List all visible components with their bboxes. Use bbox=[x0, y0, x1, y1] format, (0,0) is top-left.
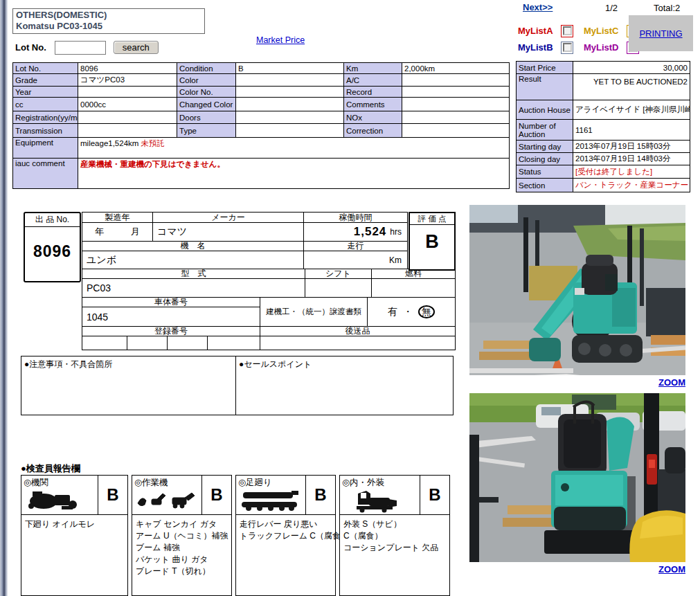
undercarriage-details: 走行レバー 戻り悪い トラックフレーム C（腐食） bbox=[236, 515, 335, 545]
grade-box-label: 評 価 点 bbox=[410, 213, 454, 225]
iauc-comment-label: iauc comment bbox=[13, 159, 78, 189]
operating-hours-value: 1,524 hrs bbox=[303, 222, 408, 242]
photo-1-zoom-row: ZOOM bbox=[469, 376, 685, 388]
fuel-value bbox=[371, 278, 456, 298]
photo-2-zoom-link[interactable]: ZOOM bbox=[658, 564, 685, 575]
mylist-b-checkbox[interactable] bbox=[561, 42, 573, 54]
spec-label: Lot No. bbox=[13, 63, 78, 74]
start-price-value: 30,000 bbox=[573, 62, 690, 74]
spec-value bbox=[78, 87, 177, 98]
spec-value bbox=[78, 124, 177, 138]
model-header: 型 式 bbox=[82, 269, 305, 279]
table-row: GradeコマツPC03 Color A/C bbox=[13, 74, 510, 87]
undercarriage-section-label: ◎足廻り bbox=[238, 477, 272, 489]
work-equipment-grade: B bbox=[201, 476, 231, 514]
body-no-header: 車体番号 bbox=[82, 297, 260, 307]
spec-label: Color No. bbox=[177, 87, 236, 98]
printing-block: PRINTING bbox=[629, 15, 693, 51]
detail-line: アーム U（ヘコミ）補強 bbox=[136, 530, 228, 542]
equipment-label: Equipment bbox=[13, 138, 78, 159]
number-of-auction-value: 1161 bbox=[573, 120, 690, 141]
category-title: OTHERS(DOMESTIC) bbox=[16, 10, 201, 21]
search-button[interactable]: search bbox=[114, 41, 159, 54]
engine-icon bbox=[26, 489, 82, 512]
auction-house-value: アライベイサイド [神奈川県川崎市] bbox=[573, 100, 690, 120]
starting-day-value: 2013年07月19日 15時03分 bbox=[573, 141, 690, 153]
vehicle-header-box: OTHERS(DOMESTIC) Komatsu PC03-1045 bbox=[12, 8, 205, 34]
maker-value: コマツ bbox=[152, 222, 304, 242]
spec-value bbox=[236, 111, 344, 124]
spec-label: Year bbox=[13, 87, 78, 98]
lot-no-input[interactable] bbox=[55, 41, 106, 55]
later-item-header: 後送品 bbox=[260, 326, 456, 336]
vehicle-photo-front[interactable] bbox=[469, 205, 685, 375]
inspection-box-work-equipment-header: ◎作業機 B bbox=[132, 476, 231, 515]
work-equipment-details: キャブ センカイ ガタ アーム U（ヘコミ）補強 ブーム 補強 バケット 曲り … bbox=[132, 515, 231, 581]
lot-number-box: 出 品 No. 8096 bbox=[24, 212, 81, 282]
market-price-link[interactable]: Market Price bbox=[256, 35, 305, 45]
table-row-iauc-comment: iauc comment 産業機械・重建機の下見はできません。 bbox=[13, 159, 510, 189]
photo-1-zoom-link[interactable]: ZOOM bbox=[658, 377, 685, 388]
detail-line: C（腐食） bbox=[343, 530, 446, 542]
vehicle-photo-2-wrapper: ZOOM bbox=[469, 393, 685, 575]
iauc-comment-value: 産業機械・重建機の下見はできません。 bbox=[78, 159, 510, 189]
detail-line: 外装 S（サビ） bbox=[343, 518, 446, 530]
engine-details: 下廻り オイルモレ bbox=[21, 515, 127, 534]
spec-value bbox=[402, 87, 510, 98]
mylist-b-label: MyListB bbox=[518, 39, 558, 55]
hours-number: 1,524 bbox=[354, 225, 387, 239]
spec-label: Correction bbox=[344, 124, 402, 138]
work-equipment-section-label: ◎作業機 bbox=[134, 477, 168, 489]
cautions-box-label: ●注意事項・不具合箇所 bbox=[24, 359, 112, 369]
operating-hours-header: 稼働時間 bbox=[303, 212, 408, 223]
hours-unit: hrs bbox=[390, 227, 402, 237]
table-row: cc0000cc Changed Color Comments bbox=[13, 98, 510, 111]
transfer-separator: ・ bbox=[403, 306, 413, 318]
mylist-c-label: MyListC bbox=[584, 23, 624, 39]
number-of-auction-label: Number of Auction bbox=[517, 120, 573, 141]
spec-label: NOx bbox=[344, 111, 402, 124]
body-no-value: 1045 bbox=[82, 307, 260, 327]
undercarriage-icon bbox=[240, 489, 301, 512]
mylist-a-checkbox[interactable] bbox=[561, 25, 573, 37]
vehicle-photo-1-wrapper: ZOOM bbox=[469, 205, 685, 388]
starting-day-label: Starting day bbox=[517, 141, 573, 153]
status-label: Status bbox=[517, 165, 573, 179]
next-page-link[interactable]: Next>> bbox=[523, 2, 553, 12]
lot-number-value: 8096 bbox=[25, 242, 80, 261]
spec-value bbox=[402, 98, 510, 111]
transfer-no-circled: 無 bbox=[418, 305, 435, 318]
mylist-d-label: MyListD bbox=[584, 39, 624, 55]
spec-label: cc bbox=[13, 98, 78, 111]
window-edge-strip bbox=[0, 0, 8, 596]
machine-name-header: 機 名 bbox=[82, 241, 304, 251]
printing-link[interactable]: PRINTING bbox=[639, 28, 682, 39]
vehicle-photo-rear[interactable] bbox=[469, 393, 685, 562]
total-count: Total:2 bbox=[654, 3, 680, 13]
cautions-box: ●注意事項・不具合箇所 bbox=[21, 356, 236, 415]
lot-number-box-label: 出 品 No. bbox=[25, 213, 80, 227]
table-row: Registration(yy/mm) Doors NOx bbox=[13, 111, 510, 124]
transfer-yes: 有 bbox=[388, 306, 397, 318]
equipment-mileage: mileage1,524km bbox=[80, 139, 138, 147]
start-price-label: Start Price bbox=[517, 62, 573, 74]
engine-section-label: ◎機関 bbox=[24, 477, 48, 489]
spec-value: 8096 bbox=[78, 63, 177, 74]
vehicle-model-title: Komatsu PC03-1045 bbox=[16, 21, 201, 32]
table-row: Lot No.8096 ConditionB Km2,000km bbox=[13, 63, 510, 74]
mylist-panel: MyListA MyListC MyListB MyListD bbox=[518, 22, 639, 55]
auction-detail-page: OTHERS(DOMESTIC) Komatsu PC03-1045 Lot N… bbox=[0, 0, 700, 596]
machine-name-value: ユンボ bbox=[82, 251, 304, 269]
spec-value: 2,000km bbox=[402, 63, 510, 74]
inspection-sheet: 出 品 No. 8096 製造年 メーカー 稼働時間 年 月 コマツ 1,524… bbox=[21, 208, 457, 356]
section-label: Section bbox=[517, 179, 573, 192]
shift-value bbox=[305, 278, 372, 298]
grade-box-value: B bbox=[410, 231, 454, 253]
inspection-box-work-equipment: ◎作業機 B キャブ センカイ ガタ アーム U（ヘコミ）補強 ブーム 補強 バ… bbox=[132, 475, 232, 596]
spec-value bbox=[78, 111, 177, 124]
detail-line: 下廻り オイルモレ bbox=[25, 518, 124, 530]
exterior-details: 外装 S（サビ） C（腐食） コーションプレート 欠品 bbox=[340, 515, 449, 557]
auction-house-label: Auction House bbox=[517, 100, 573, 120]
vehicle-spec-table: Lot No.8096 ConditionB Km2,000km Gradeコマ… bbox=[12, 62, 510, 189]
spec-value bbox=[236, 98, 344, 111]
